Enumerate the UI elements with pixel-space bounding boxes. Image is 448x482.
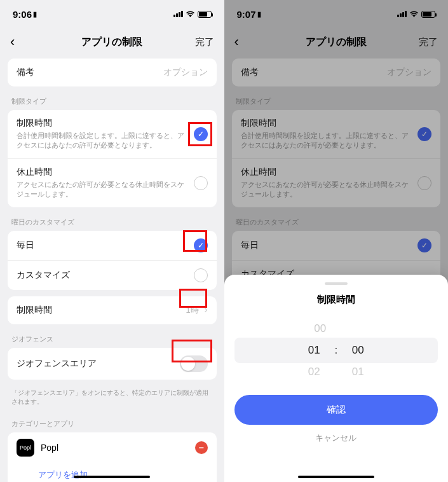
status-bar: 9:06 ▮ <box>0 0 224 28</box>
pause-time-title: 休止時間 <box>17 167 189 178</box>
confirm-button[interactable]: 確認 <box>234 395 438 425</box>
limit-time-row[interactable]: 制限時間 1時 › <box>8 296 217 324</box>
remove-app-button[interactable]: − <box>195 441 208 454</box>
section-limit-type: 制限タイプ <box>8 93 217 110</box>
signal-icon <box>173 11 183 17</box>
pause-time-desc: アクセスにあなたの許可が必要となる休止時間をスケジュールします。 <box>17 180 189 200</box>
daily-label: 毎日 <box>17 240 34 251</box>
radio-unchecked-icon <box>194 176 208 190</box>
geofence-note: 「ジオフェンスエリア」をオンにすると、特定のエリアに制限が適用されます。 <box>8 386 217 413</box>
picker-hour[interactable]: 01 <box>308 344 320 357</box>
limit-time-title: 制限時間 <box>17 118 189 129</box>
limit-time-option[interactable]: 制限時間 合計使用時間制限を設定します。上限に達すると、アクセスにはあなたの許可… <box>8 110 217 158</box>
sheet-grabber[interactable] <box>325 282 348 285</box>
battery-icon <box>198 11 212 18</box>
section-geofence: ジオフェンス <box>8 331 217 348</box>
remarks-placeholder: オプション <box>163 67 208 78</box>
time-picker-sheet: 制限時間 00 01 : 00 0201 確認 キャンセル <box>224 275 449 482</box>
daily-option[interactable]: 毎日 ✓ <box>8 231 217 260</box>
back-button[interactable]: ‹ <box>10 34 15 50</box>
geofence-row[interactable]: ジオフェンスエリア <box>8 348 217 380</box>
radio-unchecked-icon <box>194 268 208 282</box>
remarks-row[interactable]: 備考 オプション <box>8 59 217 86</box>
section-apps: カテゴリーとアプリ <box>8 415 217 432</box>
customize-option[interactable]: カスタマイズ <box>8 260 217 290</box>
chevron-right-icon: › <box>204 304 207 315</box>
geofence-label: ジオフェンスエリア <box>17 358 97 369</box>
remarks-label: 備考 <box>17 67 34 78</box>
app-name: Popl <box>41 443 189 453</box>
page-title: アプリの制限 <box>0 36 224 49</box>
limit-time-row-label: 制限時間 <box>17 305 52 316</box>
nav-bar: ‹ アプリの制限 完了 <box>0 28 224 56</box>
limit-time-desc: 合計使用時間制限を設定します。上限に達すると、アクセスにはあなたの許可が必要とな… <box>17 131 189 151</box>
sheet-title: 制限時間 <box>234 294 438 306</box>
add-app-link[interactable]: アプリを追加 <box>8 463 217 482</box>
cancel-button[interactable]: キャンセル <box>234 432 438 444</box>
geofence-toggle[interactable] <box>180 355 208 372</box>
clock: 9:06 <box>13 9 32 20</box>
app-icon: Popl <box>17 439 34 457</box>
done-button[interactable]: 完了 <box>195 36 214 48</box>
home-indicator[interactable] <box>298 476 374 478</box>
wifi-icon <box>186 10 195 19</box>
app-row[interactable]: Popl Popl − <box>8 432 217 463</box>
time-picker[interactable]: 00 01 : 00 0201 <box>234 320 438 381</box>
picker-minute[interactable]: 00 <box>352 344 364 357</box>
section-weekday: 曜日のカスタマイズ <box>8 214 217 231</box>
check-icon: ✓ <box>194 127 208 141</box>
check-icon: ✓ <box>194 238 208 252</box>
status-indicators <box>173 10 212 19</box>
limit-time-value: 1時 <box>186 305 198 315</box>
home-indicator[interactable] <box>74 476 150 478</box>
customize-label: カスタマイズ <box>17 270 70 281</box>
pause-time-option[interactable]: 休止時間 アクセスにあなたの許可が必要となる休止時間をスケジュールします。 <box>8 158 217 207</box>
